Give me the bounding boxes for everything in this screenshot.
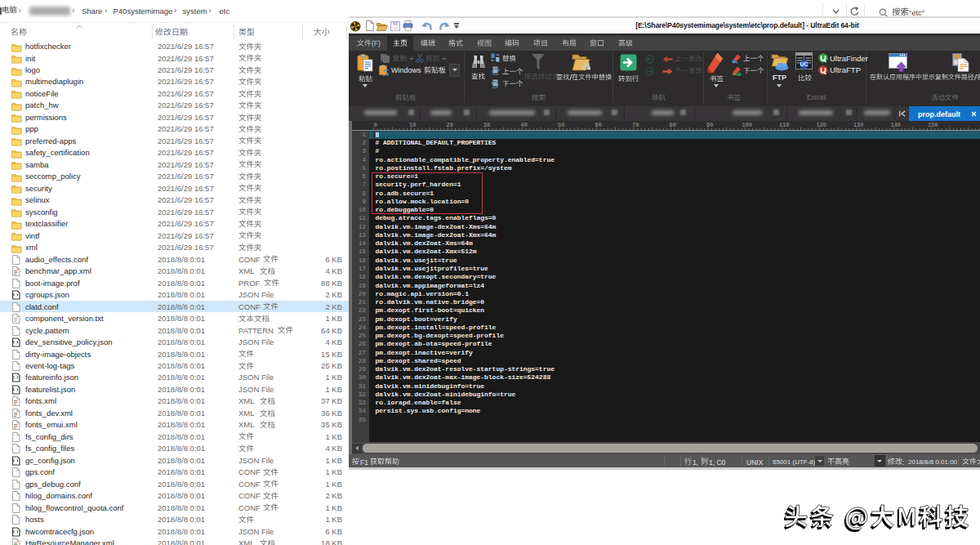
svg-text:UC: UC — [800, 61, 808, 67]
